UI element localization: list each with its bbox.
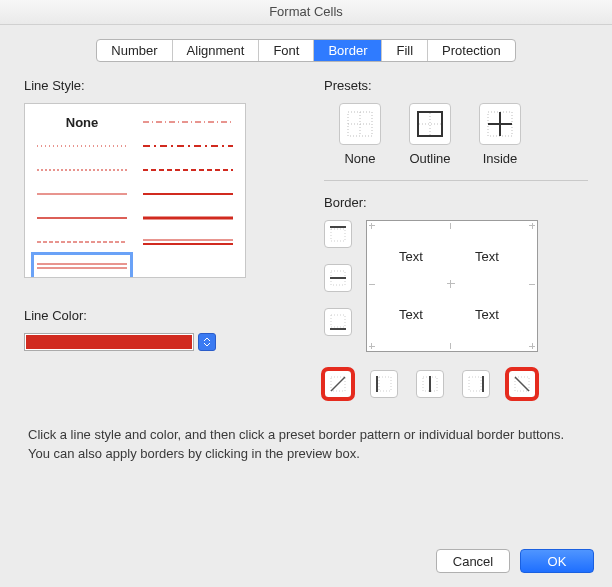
tab-protection[interactable]: Protection [428, 40, 515, 61]
border-label: Border: [324, 195, 588, 210]
line-style-option[interactable] [33, 182, 131, 206]
line-style-option-selected[interactable] [33, 254, 131, 278]
svg-rect-27 [331, 315, 345, 327]
tab-alignment[interactable]: Alignment [173, 40, 260, 61]
cancel-button[interactable]: Cancel [436, 549, 510, 573]
line-style-option[interactable] [33, 158, 131, 182]
tab-border[interactable]: Border [314, 40, 382, 61]
line-style-option[interactable] [139, 158, 237, 182]
line-color-label: Line Color: [24, 308, 294, 323]
line-style-option[interactable] [33, 134, 131, 158]
svg-rect-17 [418, 112, 442, 136]
tab-bar: Number Alignment Font Border Fill Protec… [0, 39, 612, 62]
preset-none-icon [339, 103, 381, 145]
border-vertical-middle-button[interactable] [416, 370, 444, 398]
border-preview[interactable]: Text Text Text Text [366, 220, 538, 352]
format-cells-dialog: Format Cells Number Alignment Font Borde… [0, 0, 612, 587]
line-style-picker[interactable]: None [24, 103, 246, 278]
line-color-dropdown[interactable] [198, 333, 216, 351]
line-color-swatch[interactable] [24, 333, 194, 351]
border-diagonal-down-button[interactable] [508, 370, 536, 398]
tab-fill[interactable]: Fill [382, 40, 428, 61]
preset-inside[interactable]: Inside [476, 103, 524, 166]
preview-text: Text [399, 249, 423, 264]
line-style-option[interactable] [139, 230, 237, 254]
border-top-button[interactable] [324, 220, 352, 248]
tab-font[interactable]: Font [259, 40, 314, 61]
svg-rect-24 [331, 229, 345, 241]
preset-inside-icon [479, 103, 521, 145]
line-style-label: Line Style: [24, 78, 294, 93]
svg-rect-35 [469, 377, 481, 391]
line-style-option[interactable] [139, 206, 237, 230]
presets-label: Presets: [324, 78, 588, 93]
line-style-option[interactable] [139, 134, 237, 158]
svg-rect-32 [379, 377, 391, 391]
border-left-button[interactable] [370, 370, 398, 398]
preset-outline[interactable]: Outline [406, 103, 454, 166]
preview-text: Text [475, 249, 499, 264]
divider [324, 180, 588, 181]
border-diagonal-up-button[interactable] [324, 370, 352, 398]
line-style-option[interactable] [33, 230, 131, 254]
border-right-button[interactable] [462, 370, 490, 398]
instruction-text: Click a line style and color, and then c… [28, 426, 584, 464]
ok-button[interactable]: OK [520, 549, 594, 573]
preview-text: Text [399, 307, 423, 322]
chevron-up-down-icon [203, 338, 211, 346]
tab-number[interactable]: Number [97, 40, 172, 61]
line-style-none[interactable]: None [33, 110, 131, 134]
svg-line-38 [515, 377, 529, 391]
line-style-option[interactable] [33, 206, 131, 230]
border-bottom-button[interactable] [324, 308, 352, 336]
svg-line-30 [331, 377, 345, 391]
preview-text: Text [475, 307, 499, 322]
preset-outline-icon [409, 103, 451, 145]
title-bar: Format Cells [0, 0, 612, 25]
preset-none[interactable]: None [336, 103, 384, 166]
line-style-option[interactable] [139, 110, 237, 134]
border-horizontal-middle-button[interactable] [324, 264, 352, 292]
line-style-option[interactable] [139, 182, 237, 206]
